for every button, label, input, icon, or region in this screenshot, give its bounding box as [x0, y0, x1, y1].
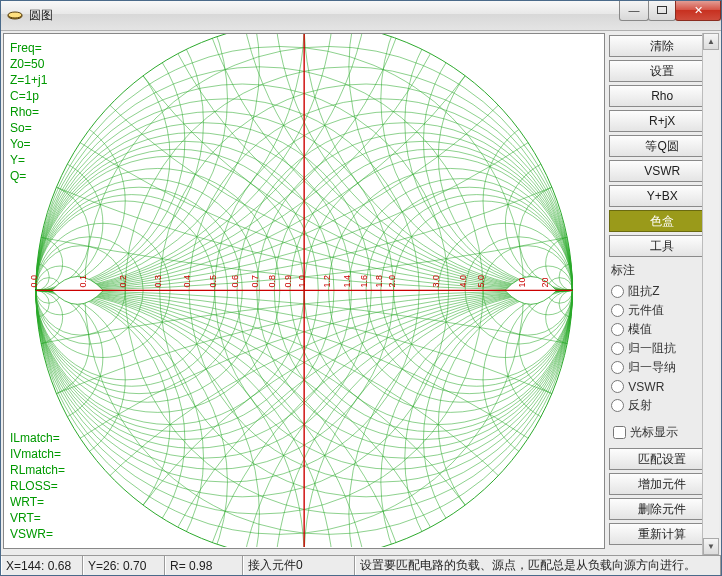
svg-point-73 [237, 34, 604, 290]
svg-point-90 [381, 290, 604, 546]
sidebar-button-6[interactable]: Y+BX [609, 185, 715, 207]
sidebar-button-8[interactable]: 工具 [609, 235, 715, 257]
param-bottom-1: IVmatch= [10, 446, 65, 462]
sidebar-button-4[interactable]: 等Q圆 [609, 135, 715, 157]
close-button[interactable]: ✕ [675, 1, 721, 21]
main-area: 0.00.10.20.30.40.50.60.70.80.91.01.21.41… [1, 31, 721, 555]
svg-point-72 [4, 290, 419, 546]
param-top-3: C=1p [10, 88, 47, 104]
sidebar-button-1[interactable]: 设置 [609, 60, 715, 82]
sidebar-scrollbar[interactable]: ▲ ▼ [702, 33, 719, 555]
status-y: Y=26: 0.70 [83, 556, 165, 575]
status-conn: 接入元件0 [243, 556, 355, 575]
param-top-6: Yo= [10, 136, 47, 152]
svg-text:10: 10 [517, 277, 527, 287]
smith-chart-svg: 0.00.10.20.30.40.50.60.70.80.91.01.21.41… [4, 34, 604, 547]
svg-point-89 [381, 34, 604, 290]
radio-4[interactable]: 归一导纳 [611, 358, 713, 377]
sidebar-button-7[interactable]: 色盒 [609, 210, 715, 232]
svg-point-71 [4, 34, 419, 290]
param-top-4: Rho= [10, 104, 47, 120]
radio-2[interactable]: 模值 [611, 320, 713, 339]
svg-text:5.0: 5.0 [476, 275, 486, 287]
svg-text:0.7: 0.7 [250, 275, 260, 287]
annotation-radios: 阻抗Z元件值模值归一阻抗归一导纳VSWR反射 [609, 282, 715, 419]
svg-text:1.6: 1.6 [359, 275, 369, 287]
action-button-2[interactable]: 删除元件 [609, 498, 715, 520]
status-r: R= 0.98 [165, 556, 243, 575]
svg-text:0.6: 0.6 [230, 275, 240, 287]
sidebar-button-3[interactable]: R+jX [609, 110, 715, 132]
param-list-bottom: ILmatch=IVmatch=RLmatch=RLOSS=WRT=VRT=VS… [10, 430, 65, 542]
titlebar[interactable]: 圆图 — ✕ [1, 1, 721, 31]
svg-point-70 [189, 290, 604, 546]
param-bottom-0: ILmatch= [10, 430, 65, 446]
svg-text:1.0: 1.0 [297, 275, 307, 287]
radio-0[interactable]: 阻抗Z [611, 282, 713, 301]
svg-point-105 [483, 112, 604, 291]
param-bottom-4: WRT= [10, 494, 65, 510]
svg-text:0.8: 0.8 [267, 275, 277, 287]
status-help: 设置要匹配电路的负载、源点，匹配总是从负载向源方向进行。 [355, 556, 721, 575]
param-bottom-6: VSWR= [10, 526, 65, 542]
svg-text:1.8: 1.8 [374, 275, 384, 287]
sidebar-button-2[interactable]: Rho [609, 85, 715, 107]
svg-text:0.4: 0.4 [182, 275, 192, 287]
svg-text:4.0: 4.0 [458, 275, 468, 287]
statusbar: X=144: 0.68 Y=26: 0.70 R= 0.98 接入元件0 设置要… [1, 555, 721, 575]
radio-1[interactable]: 元件值 [611, 301, 713, 320]
sidebar-button-0[interactable]: 清除 [609, 35, 715, 57]
svg-text:0.5: 0.5 [208, 275, 218, 287]
param-top-2: Z=1+j1 [10, 72, 47, 88]
annotation-label: 标注 [609, 260, 715, 279]
status-x: X=144: 0.68 [1, 556, 83, 575]
svg-point-75 [4, 34, 371, 290]
svg-point-1 [8, 12, 22, 18]
param-list-top: Freq=Z0=50Z=1+j1C=1pRho=So=Yo=Y=Q= [10, 40, 47, 184]
sidebar-button-5[interactable]: VSWR [609, 160, 715, 182]
action-button-1[interactable]: 增加元件 [609, 473, 715, 495]
smith-chart[interactable]: 0.00.10.20.30.40.50.60.70.80.91.01.21.41… [3, 33, 605, 549]
action-button-0[interactable]: 匹配设置 [609, 448, 715, 470]
param-bottom-3: RLOSS= [10, 478, 65, 494]
maximize-button[interactable] [648, 1, 676, 21]
svg-text:0.0: 0.0 [29, 275, 39, 287]
svg-text:0.3: 0.3 [153, 275, 163, 287]
minimize-button[interactable]: — [619, 1, 649, 21]
svg-point-77 [274, 34, 604, 290]
svg-point-79 [4, 34, 334, 290]
svg-text:0.2: 0.2 [118, 275, 128, 287]
param-top-7: Y= [10, 152, 47, 168]
app-icon [7, 8, 23, 24]
radio-6[interactable]: 反射 [611, 396, 713, 415]
sidebar: 清除设置RhoR+jX等Q圆VSWRY+BX色盒工具标注阻抗Z元件值模值归一阻抗… [609, 33, 719, 555]
svg-text:1.2: 1.2 [322, 275, 332, 287]
app-window: 圆图 — ✕ 0.00.10.20.30.40.50.60.70.80.91.0… [0, 0, 722, 576]
svg-text:20: 20 [540, 277, 550, 287]
param-top-8: Q= [10, 168, 47, 184]
radio-3[interactable]: 归一阻抗 [611, 339, 713, 358]
svg-text:0.1: 0.1 [78, 275, 88, 287]
param-top-5: So= [10, 120, 47, 136]
cursor-checkbox[interactable]: 光标显示 [609, 422, 715, 445]
param-bottom-2: RLmatch= [10, 462, 65, 478]
window-title: 圆图 [29, 7, 620, 24]
scroll-up-button[interactable]: ▲ [703, 33, 719, 50]
svg-text:0.9: 0.9 [283, 275, 293, 287]
param-top-1: Z0=50 [10, 56, 47, 72]
param-bottom-5: VRT= [10, 510, 65, 526]
svg-rect-2 [658, 7, 667, 14]
radio-5[interactable]: VSWR [611, 377, 713, 396]
svg-point-106 [483, 290, 604, 469]
action-button-3[interactable]: 重新计算 [609, 523, 715, 545]
svg-text:3.0: 3.0 [431, 275, 441, 287]
svg-text:2.0: 2.0 [387, 275, 397, 287]
svg-text:1.4: 1.4 [342, 275, 352, 287]
client-area: 0.00.10.20.30.40.50.60.70.80.91.01.21.41… [1, 31, 721, 575]
scroll-down-button[interactable]: ▼ [703, 538, 719, 555]
svg-point-74 [237, 290, 604, 546]
param-top-0: Freq= [10, 40, 47, 56]
svg-point-78 [274, 290, 604, 546]
window-buttons: — ✕ [620, 1, 721, 21]
svg-point-69 [189, 34, 604, 290]
